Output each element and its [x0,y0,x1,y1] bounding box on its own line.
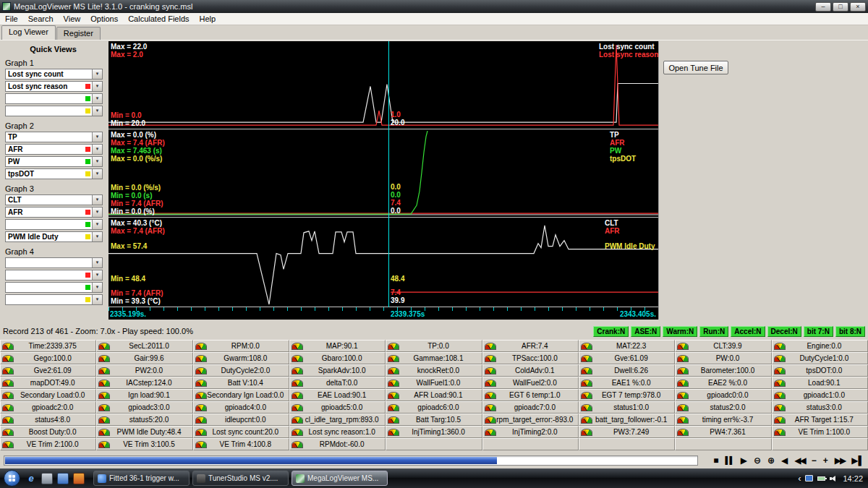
chevron-down-icon[interactable]: ▼ [92,132,102,142]
taskbar-window-megalogviewer[interactable]: MegaLogViewer MS... [292,471,388,486]
menu-item[interactable]: Help [195,14,221,24]
trace-select-combo[interactable]: ▼ [5,270,103,281]
gauge-label: VE Trim 4:100.8 [210,440,271,448]
network-icon[interactable] [805,475,813,481]
gauge-cell: Barometer:100.0 [675,364,771,377]
gauge-needle [101,443,105,448]
gauge-icon [582,417,592,423]
chevron-down-icon[interactable]: ▼ [92,157,102,166]
trace-select-combo[interactable]: tpsDOT ▼ [5,168,103,179]
chevron-down-icon[interactable]: ▼ [92,169,102,179]
show-desktop-icon[interactable] [41,473,53,484]
chevron-down-icon[interactable]: ▼ [92,145,102,154]
panel1-min-annotations: Min = 0.0Min = 20.0 [111,111,145,127]
chart-panel-3[interactable]: Max = 40.3 (°C)Max = 7.4 (AFR)Max = 57.4… [109,218,658,307]
trace-select-combo[interactable]: CLT ▼ [5,194,103,205]
chart-panel-1[interactable]: Max = 22.0Max = 2.0 Min = 0.0Min = 20.0 … [109,41,658,129]
gauge-label: TPSacc:100.0 [503,354,558,362]
trace-select-combo[interactable]: PWM Idle Duty ▼ [5,231,103,242]
taskbar-window-ie[interactable]: Fitted 36-1 trigger w... [93,471,190,486]
chevron-down-icon[interactable]: ▼ [92,295,102,304]
trace-select-combo[interactable]: Lost sync reason ▼ [5,81,103,92]
chevron-down-icon[interactable]: ▼ [92,69,102,79]
panel3-cursor-values: 48.47.439.9 [391,275,404,304]
menu-item[interactable]: Search [23,14,59,24]
stop-button[interactable]: ■ [713,455,718,466]
tab-log-viewer[interactable]: Log Viewer [1,25,56,40]
log-chart[interactable]: Max = 22.0Max = 2.0 Min = 0.0Min = 20.0 … [109,41,659,320]
menu-item[interactable]: Calculated Fields [123,14,194,24]
trace-select-combo[interactable]: ▼ [5,106,103,116]
menu-item[interactable]: Options [85,14,123,24]
panel3-max-annotations: Max = 40.3 (°C)Max = 7.4 (AFR)Max = 57.4 [111,219,165,250]
chevron-down-icon[interactable]: ▼ [92,270,102,280]
tray-expand-icon[interactable]: ‹ [798,474,801,482]
trace-select-combo[interactable]: ▼ [5,219,103,230]
gauge-icon [196,417,206,423]
taskbar-window-tunerstudio[interactable]: TunerStudio MS v2.... [192,471,289,486]
log-position-scrollbar[interactable] [4,455,698,466]
maximize-button[interactable]: □ [833,2,848,12]
volume-icon[interactable] [830,475,838,482]
system-tray: ‹ 14:22 [798,474,868,483]
taskbar-window-title: Fitted 36-1 trigger w... [109,474,179,482]
minimize-button[interactable]: – [815,2,831,12]
trace-select-combo[interactable]: ▼ [5,294,103,305]
chevron-down-icon[interactable]: ▼ [92,207,102,217]
speed-minus-button[interactable]: − [812,455,817,466]
trace-select-combo[interactable]: ▼ [5,93,103,104]
chevron-down-icon[interactable]: ▼ [92,232,102,241]
chevron-down-icon[interactable]: ▼ [92,94,102,103]
chevron-down-icon[interactable]: ▼ [92,195,102,205]
scrollbar-thumb[interactable] [5,457,497,464]
menu-item[interactable]: View [59,14,86,24]
tab-register[interactable]: Register [56,27,101,40]
chevron-down-icon[interactable]: ▼ [92,220,102,229]
chevron-down-icon[interactable]: ▼ [92,82,102,91]
chevron-down-icon[interactable]: ▼ [92,283,102,292]
step-back-button[interactable]: ◀ [781,455,788,466]
zoom-in-icon[interactable]: ⊕ [767,455,775,466]
jump-end-button[interactable]: ▶▌ [851,455,864,466]
chevron-down-icon[interactable]: ▼ [92,258,102,267]
open-tune-file-button[interactable]: Open Tune File [663,61,728,74]
gauge-cell: Gego:100.0 [0,352,96,364]
speed-plus-button[interactable]: + [823,455,828,466]
trace-select-combo[interactable]: TP ▼ [5,132,103,142]
fast-back-button[interactable]: ◀◀ [794,455,804,466]
time-cursor-line[interactable] [388,41,389,307]
trace-select-combo[interactable]: Lost sync count ▼ [5,69,103,80]
trace-color-swatch [85,84,90,89]
chart-panel-2[interactable]: Max = 0.0 (%)Max = 7.4 (AFR)Max = 7.463 … [109,129,658,218]
trace-select-combo[interactable]: ▼ [5,257,103,268]
zoom-out-icon[interactable]: ⊖ [754,455,761,466]
play-button[interactable]: ▶ [741,455,747,466]
trace-select-combo[interactable]: AFR ▼ [5,144,103,155]
chevron-down-icon[interactable]: ▼ [92,106,102,116]
fast-forward-button[interactable]: ▶▶ [835,455,845,466]
ie-icon[interactable]: e [25,473,37,484]
gauge-label: EGT 7 temp:978.0 [593,391,661,399]
trace-select-combo[interactable]: AFR ▼ [5,207,103,218]
start-button[interactable] [4,470,20,487]
close-button[interactable]: × [850,2,866,12]
switch-windows-icon[interactable] [57,473,69,484]
gauge-cell: DutyCycle2:0.0 [193,364,289,377]
gauge-icon [196,442,206,448]
gauge-label: RPM:0.0 [223,342,260,350]
media-player-icon[interactable] [73,473,85,484]
gauge-cell: status4:8.0 [0,414,96,426]
gauge-label: cl_idle_targ_rpm:893.0 [297,416,379,424]
trace-select-combo[interactable]: ▼ [5,282,103,293]
gauge-label: status3:0.0 [798,403,842,411]
battery-icon[interactable] [817,476,825,481]
status-badge: bit 8:N [835,326,865,337]
gauge-cell: EGT 7 temp:978.0 [579,389,675,401]
gauge-cell: DutyCycle1:0.0 [772,352,868,364]
trace-select-combo[interactable]: PW ▼ [5,156,103,167]
annotation: Min = 0.0 [111,111,145,119]
gauge-cell: InjTiming2:0.0 [482,426,579,438]
menu-item[interactable]: File [0,14,23,24]
gauge-needle [680,357,684,361]
pause-button[interactable]: ▌▌ [726,455,734,466]
